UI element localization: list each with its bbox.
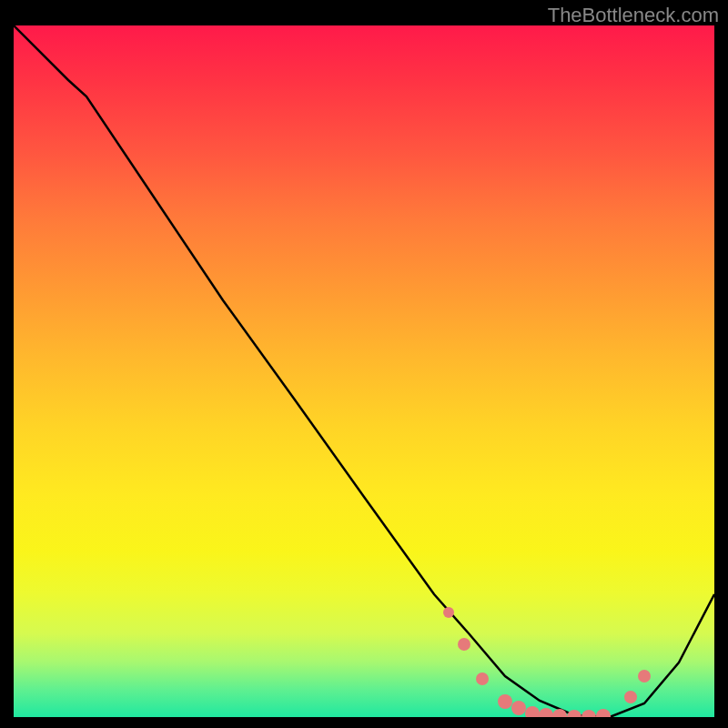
marker-dot xyxy=(476,672,489,685)
chart-svg xyxy=(14,25,714,717)
marker-dot xyxy=(511,701,526,715)
marker-dot xyxy=(596,709,611,717)
marker-dot xyxy=(498,694,512,709)
marker-dot xyxy=(567,710,581,717)
bottleneck-line xyxy=(14,25,714,717)
marker-dot xyxy=(525,706,540,717)
watermark-text: TheBottleneck.com xyxy=(548,4,719,27)
marker-dot xyxy=(638,670,651,682)
marker-dot xyxy=(539,708,553,717)
marker-dot xyxy=(624,691,637,703)
marker-dot xyxy=(458,638,470,651)
marker-dot xyxy=(443,607,454,618)
marker-dot xyxy=(581,710,596,717)
chart-area xyxy=(14,25,714,717)
